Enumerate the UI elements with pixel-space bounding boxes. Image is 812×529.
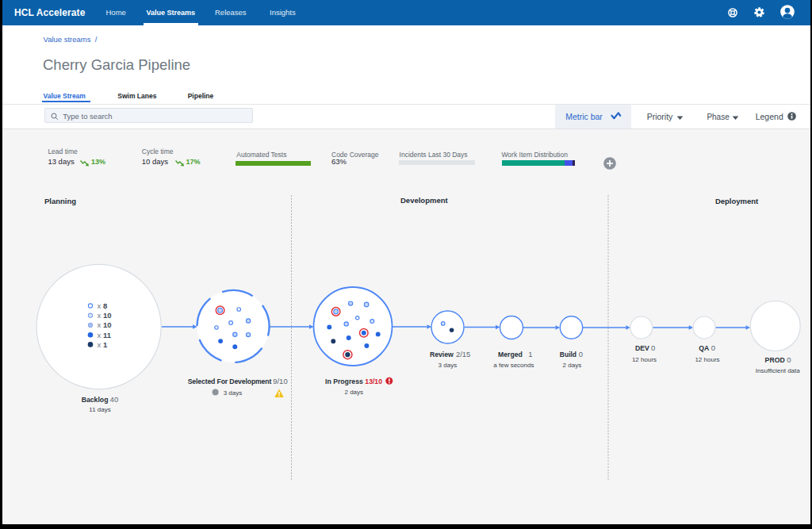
svg-text:a few seconds: a few seconds: [493, 362, 534, 369]
svg-text:12 hours: 12 hours: [695, 356, 719, 363]
svg-text:Deployment: Deployment: [715, 197, 759, 205]
svg-text:3 days: 3 days: [439, 362, 458, 369]
svg-text:0: 0: [787, 355, 791, 364]
svg-text:Backlog: Backlog: [82, 396, 109, 404]
svg-text:Development: Development: [400, 196, 448, 205]
svg-text:Review: Review: [430, 351, 454, 358]
svg-text:2/15: 2/15: [456, 350, 471, 358]
svg-text:Selected For Development: Selected For Development: [188, 378, 272, 385]
svg-text:2 days: 2 days: [563, 362, 582, 369]
svg-text:x 10: x 10: [98, 311, 112, 320]
svg-text:x 10: x 10: [98, 320, 112, 329]
svg-text:x 1: x 1: [98, 340, 108, 349]
svg-text:11 days: 11 days: [89, 406, 110, 413]
svg-text:40: 40: [110, 395, 119, 404]
svg-text:Merged: Merged: [498, 351, 523, 358]
svg-text:x 11: x 11: [98, 331, 112, 339]
svg-text:0: 0: [579, 350, 583, 358]
svg-text:0: 0: [711, 343, 715, 352]
svg-text:Build: Build: [560, 351, 576, 358]
svg-text:12 hours: 12 hours: [632, 356, 657, 363]
svg-text:QA: QA: [699, 344, 710, 352]
svg-text:DEV: DEV: [635, 344, 649, 352]
svg-text:Insufficient data: Insufficient data: [756, 367, 800, 374]
svg-text:0: 0: [651, 343, 655, 352]
svg-text:13/10: 13/10: [365, 378, 382, 385]
svg-text:3 days: 3 days: [224, 389, 243, 397]
svg-text:x 8: x 8: [98, 301, 108, 310]
svg-text:1: 1: [528, 350, 532, 358]
svg-text:PROD: PROD: [765, 356, 785, 364]
svg-text:In Progress: In Progress: [325, 378, 363, 385]
svg-text:9/10: 9/10: [273, 377, 288, 385]
svg-text:2 days: 2 days: [345, 389, 364, 396]
svg-text:Planning: Planning: [44, 197, 76, 205]
